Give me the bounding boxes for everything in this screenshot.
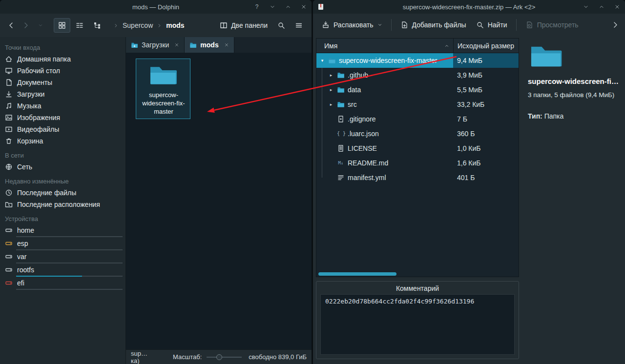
size-header-label: Исходный размер: [458, 42, 514, 50]
forward-button[interactable]: [20, 19, 32, 32]
breadcrumb-current[interactable]: mods: [166, 21, 184, 29]
ark-titlebar[interactable]: supercow-widescreen-fix-master.zip — Ark…: [313, 0, 625, 14]
preview-icon: [525, 21, 533, 29]
places-item[interactable]: var: [0, 251, 125, 264]
split-view-icon: [220, 21, 228, 29]
places-item[interactable]: Корзина: [0, 135, 125, 147]
minimize-button[interactable]: [582, 3, 590, 11]
back-icon: [7, 21, 15, 29]
close-icon: [301, 4, 307, 10]
split-view-button[interactable]: Две панели: [216, 20, 271, 31]
places-item[interactable]: esp: [0, 238, 125, 251]
archive-entry[interactable]: manifest.yml401 Б: [316, 170, 519, 185]
zoom-slider[interactable]: [207, 354, 242, 361]
dolphin-titlebar[interactable]: mods — Dolphin ?: [0, 0, 312, 14]
places-item[interactable]: Музыка: [0, 100, 125, 112]
drive-icon: [5, 240, 13, 247]
help-icon: ?: [255, 3, 259, 10]
archive-entry[interactable]: ▸data5,5 МиБ: [316, 82, 519, 97]
archive-entry[interactable]: { }.luarc.json360 Б: [316, 126, 519, 141]
toolbar-separator: [516, 19, 517, 31]
maximize-button[interactable]: [284, 3, 292, 11]
tab-close-button[interactable]: [224, 42, 229, 47]
find-button[interactable]: Найти: [473, 19, 510, 31]
disk-usage-bar: [16, 289, 123, 290]
folder-item-supercow[interactable]: supercow-widescreen-fix-master: [136, 59, 190, 119]
expander-icon[interactable]: ▸: [328, 87, 334, 92]
column-header-name[interactable]: Имя: [316, 39, 453, 53]
places-item-label: Последние расположения: [17, 201, 100, 208]
tab-downloads[interactable]: Загрузки: [126, 37, 185, 53]
places-item[interactable]: Последние расположения: [0, 199, 125, 210]
minimize-button[interactable]: [269, 3, 276, 11]
ark-window-title: supercow-widescreen-fix-master.zip — Ark…: [313, 3, 625, 11]
back-button[interactable]: [5, 19, 18, 32]
archive-entry[interactable]: ▸.github3,9 МиБ: [316, 68, 519, 82]
toolbar-overflow-button[interactable]: [611, 21, 619, 29]
archive-entry[interactable]: ▾supercow-widescreen-fix-master9,4 МиБ: [316, 53, 519, 68]
expander-icon[interactable]: ▸: [328, 73, 334, 78]
places-item[interactable]: efi: [0, 277, 125, 290]
help-button[interactable]: ?: [253, 3, 261, 11]
comment-title: Комментарий: [316, 284, 519, 292]
scrollbar-thumb[interactable]: [318, 272, 396, 276]
places-item[interactable]: Последние файлы: [0, 187, 125, 199]
places-item[interactable]: Изображения: [0, 112, 125, 123]
tab-mods[interactable]: mods: [185, 37, 234, 53]
places-item[interactable]: Загрузки: [0, 88, 125, 100]
places-item[interactable]: Домашняя папка: [0, 53, 125, 65]
places-item[interactable]: rootfs: [0, 264, 125, 277]
expander-icon[interactable]: ▸: [328, 102, 334, 107]
column-header-size[interactable]: Исходный размер: [453, 39, 519, 53]
zoom-slider-knob[interactable]: [216, 354, 222, 360]
breadcrumb-parent[interactable]: Supercow: [123, 21, 153, 29]
expander-icon[interactable]: ▾: [319, 58, 325, 63]
entry-name: README.md: [348, 159, 388, 167]
compact-view-button[interactable]: [71, 18, 88, 33]
text-icon: [337, 144, 345, 152]
archive-entry[interactable]: ▸src33,2 КиБ: [316, 97, 519, 112]
places-item-label: esp: [17, 240, 28, 247]
add-files-button[interactable]: Добавить файлы: [397, 19, 469, 31]
places-item-label: efi: [17, 279, 24, 287]
places-item[interactable]: Сеть: [0, 161, 125, 173]
folder-view[interactable]: supercow-widescreen-fix-master: [126, 53, 312, 349]
places-section-header: В сети: [0, 147, 125, 161]
places-item-label: Последние файлы: [17, 189, 76, 197]
minimize-icon: [270, 4, 275, 10]
tab-close-button[interactable]: [174, 42, 179, 47]
history-dropdown-button[interactable]: [34, 19, 47, 32]
places-item[interactable]: Видеофайлы: [0, 123, 125, 135]
close-button[interactable]: [300, 3, 308, 11]
entry-name: .luarc.json: [348, 130, 379, 138]
disk-usage-bar: [16, 276, 123, 277]
entry-size: 360 Б: [453, 126, 519, 141]
extract-button[interactable]: Распаковать: [319, 19, 385, 31]
folder-icon: [328, 57, 336, 64]
maximize-button[interactable]: [598, 3, 605, 11]
archive-entry[interactable]: M↓README.md1,6 КиБ: [316, 156, 519, 170]
comment-text[interactable]: 0222eb20d78b664cc2fda02f4c99f3626d13196: [320, 294, 515, 355]
horizontal-scrollbar[interactable]: [316, 271, 519, 277]
network-icon: [5, 163, 13, 171]
places-item[interactable]: home: [0, 224, 125, 238]
places-item[interactable]: Документы: [0, 77, 125, 88]
extract-icon: [322, 21, 330, 29]
folder-icon: [337, 86, 345, 94]
download-icon: [5, 90, 13, 98]
drive-icon: [5, 226, 13, 234]
archive-entry[interactable]: .gitignore7 Б: [316, 112, 519, 126]
search-button[interactable]: [273, 18, 289, 33]
details-view-button[interactable]: [89, 18, 105, 33]
icons-view-icon: [58, 21, 66, 29]
icons-view-button[interactable]: [54, 18, 70, 33]
archive-entry[interactable]: LICENSE1,0 КиБ: [316, 141, 519, 156]
close-button[interactable]: [613, 3, 621, 11]
desktop-icon: [5, 67, 13, 75]
places-item[interactable]: Рабочий стол: [0, 65, 125, 77]
ark-window: supercow-widescreen-fix-master.zip — Ark…: [313, 0, 625, 364]
chevron-right-icon: [113, 23, 119, 28]
places-item-label: Сеть: [17, 163, 32, 171]
maximize-icon: [599, 4, 604, 10]
menu-button[interactable]: [291, 18, 307, 33]
